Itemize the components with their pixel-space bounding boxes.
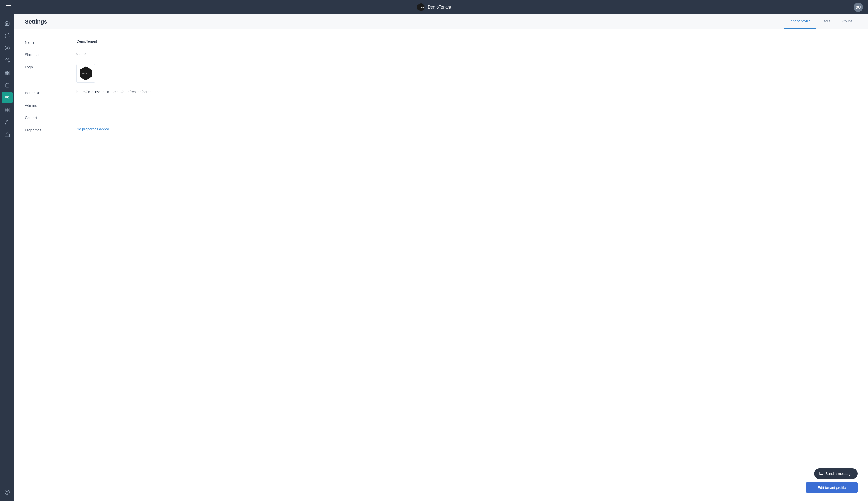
field-row-logo: Logo DEMO bbox=[25, 64, 858, 83]
svg-rect-14 bbox=[6, 110, 7, 112]
edit-tenant-profile-button[interactable]: Edit tenant profile bbox=[806, 482, 858, 493]
send-message-label: Send a message bbox=[825, 471, 853, 476]
sidebar-item-extensions[interactable] bbox=[2, 104, 13, 116]
send-message-button[interactable]: Send a message bbox=[814, 468, 858, 479]
field-label-name: Name bbox=[25, 39, 76, 44]
field-row-issuer-url: Issuer Url https://192.168.99.100:8992/a… bbox=[25, 90, 858, 95]
topbar-logo-text: DEMO bbox=[418, 7, 424, 8]
main-content: Settings Tenant profile Users Groups Nam… bbox=[14, 14, 868, 501]
field-row-short-name: Short name demo bbox=[25, 52, 858, 57]
field-value-issuer-url: https://192.168.99.100:8992/auth/realms/… bbox=[76, 90, 151, 94]
svg-point-2 bbox=[6, 58, 8, 61]
hamburger-line-1 bbox=[6, 6, 11, 6]
topbar-center: DEMO DemoTenant bbox=[417, 3, 451, 11]
field-label-properties: Properties bbox=[25, 127, 76, 132]
logo-hex: DEMO bbox=[79, 66, 93, 80]
field-row-admins: Admins bbox=[25, 102, 858, 107]
svg-rect-3 bbox=[6, 71, 7, 73]
layout: Settings Tenant profile Users Groups Nam… bbox=[0, 14, 868, 501]
hamburger-line-2 bbox=[6, 7, 11, 8]
field-value-name: DemoTenant bbox=[76, 39, 97, 43]
field-label-issuer-url: Issuer Url bbox=[25, 90, 76, 95]
topbar-logo-badge: DEMO bbox=[417, 3, 425, 11]
field-label-admins: Admins bbox=[25, 102, 76, 107]
sidebar-item-briefcase[interactable] bbox=[2, 129, 13, 140]
bottom-actions: Send a message Edit tenant profile bbox=[806, 468, 858, 493]
settings-title: Settings bbox=[25, 18, 47, 25]
svg-point-16 bbox=[7, 120, 8, 122]
svg-rect-5 bbox=[6, 73, 7, 75]
field-label-logo: Logo bbox=[25, 64, 76, 69]
svg-rect-7 bbox=[7, 83, 8, 84]
topbar: DEMO DemoTenant DU bbox=[0, 0, 868, 14]
svg-rect-17 bbox=[5, 134, 10, 137]
settings-tabs: Tenant profile Users Groups bbox=[784, 14, 858, 29]
field-value-contact: - bbox=[76, 115, 78, 119]
svg-point-1 bbox=[7, 47, 8, 49]
logo-display: DEMO bbox=[76, 64, 95, 83]
hamburger-button[interactable] bbox=[5, 4, 12, 10]
svg-rect-13 bbox=[8, 108, 9, 110]
field-row-properties: Properties No properties added bbox=[25, 127, 858, 132]
field-row-contact: Contact - bbox=[25, 115, 858, 120]
svg-point-11 bbox=[8, 97, 9, 98]
user-avatar[interactable]: DU bbox=[854, 3, 863, 12]
tab-groups[interactable]: Groups bbox=[835, 14, 858, 29]
tenant-profile-content: Name DemoTenant Short name demo Logo DEM… bbox=[14, 29, 868, 501]
hamburger-line-3 bbox=[6, 9, 11, 9]
sidebar-item-target[interactable] bbox=[2, 42, 13, 54]
field-value-short-name: demo bbox=[76, 52, 85, 56]
field-row-name: Name DemoTenant bbox=[25, 39, 858, 44]
message-icon bbox=[819, 471, 823, 476]
sidebar-item-person[interactable] bbox=[2, 117, 13, 128]
sidebar-item-settings[interactable] bbox=[2, 92, 13, 103]
svg-point-0 bbox=[5, 46, 10, 50]
field-value-properties[interactable]: No properties added bbox=[76, 127, 109, 131]
field-label-contact: Contact bbox=[25, 115, 76, 120]
settings-header: Settings Tenant profile Users Groups bbox=[14, 14, 868, 29]
sidebar bbox=[0, 14, 14, 501]
sidebar-item-grid[interactable] bbox=[2, 67, 13, 78]
svg-rect-12 bbox=[6, 108, 7, 110]
sidebar-item-users[interactable] bbox=[2, 55, 13, 66]
svg-point-18 bbox=[5, 490, 10, 494]
topbar-tenant-name: DemoTenant bbox=[428, 5, 451, 10]
sidebar-item-clipboard[interactable] bbox=[2, 79, 13, 91]
sidebar-item-arrows[interactable] bbox=[2, 30, 13, 41]
sidebar-item-help[interactable] bbox=[2, 487, 13, 498]
field-label-short-name: Short name bbox=[25, 52, 76, 57]
sidebar-item-home[interactable] bbox=[2, 18, 13, 29]
svg-rect-4 bbox=[8, 71, 9, 73]
tab-users[interactable]: Users bbox=[816, 14, 836, 29]
svg-rect-6 bbox=[8, 73, 9, 75]
tab-tenant-profile[interactable]: Tenant profile bbox=[784, 14, 816, 29]
logo-hex-text: DEMO bbox=[82, 72, 89, 75]
svg-rect-15 bbox=[8, 110, 9, 112]
